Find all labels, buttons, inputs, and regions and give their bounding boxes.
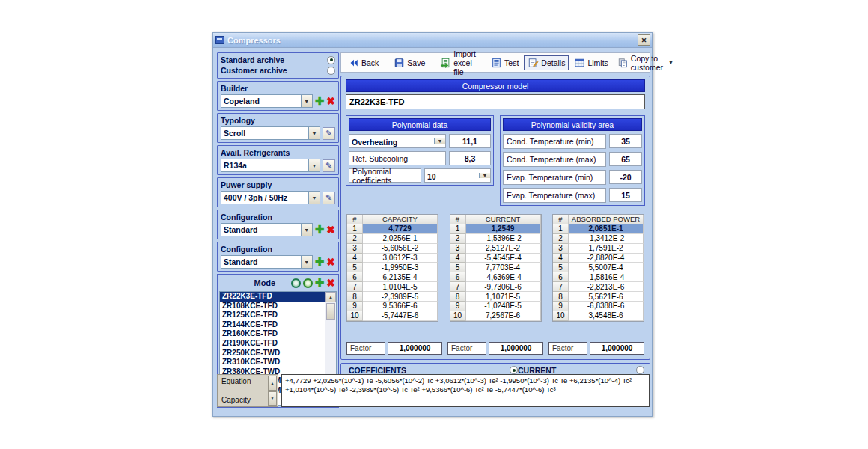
table-row[interactable]: 4-2,8820E-4 [553, 254, 644, 263]
customer-archive-radio[interactable] [327, 67, 335, 75]
table-row[interactable]: 6-1,5816E-4 [553, 272, 644, 282]
table-row[interactable]: 9-6,8388E-6 [553, 302, 644, 311]
import-excel-button[interactable]: Import excel file [436, 47, 480, 79]
chevron-down-icon[interactable]: ▼ [301, 224, 312, 236]
edit-typology-icon[interactable]: ✎ [323, 127, 335, 140]
table-row[interactable]: 66,2135E-4 [347, 272, 438, 282]
chevron-down-icon[interactable]: ▼ [308, 159, 320, 171]
table-row[interactable]: 107,2567E-6 [450, 311, 541, 321]
title-bar[interactable]: Compressors ✕ [213, 33, 652, 48]
sidebar: Standard archive Customer archive Builde… [217, 52, 339, 373]
table-row[interactable]: 12,0851E-1 [553, 224, 644, 234]
edit-refrigerants-icon[interactable]: ✎ [323, 159, 335, 172]
test-button[interactable]: Test [487, 55, 522, 70]
details-button[interactable]: Details [524, 55, 569, 70]
equation-prev-icon[interactable]: ▲ [268, 376, 277, 391]
evap-temp-max-value[interactable]: 15 [609, 188, 642, 202]
standard-archive-option[interactable]: Standard archive [221, 55, 335, 65]
table-row[interactable]: 71,0104E-5 [347, 282, 438, 292]
add-builder-icon[interactable]: ✚ [315, 96, 325, 106]
mode-list-item[interactable]: ZR22K3E-TFD [220, 292, 325, 302]
customer-archive-option[interactable]: Customer archive [221, 65, 335, 76]
table-row[interactable]: 31,7591E-2 [553, 244, 644, 254]
factor-value[interactable]: 1,000000 [489, 342, 543, 355]
delete-mode-icon[interactable]: ✖ [326, 278, 335, 288]
table-row[interactable]: 8-2,3989E-5 [347, 292, 438, 302]
table-row[interactable]: 2-1,5396E-2 [450, 234, 541, 244]
table-row[interactable]: 32,5127E-2 [450, 244, 541, 254]
mode-list-item[interactable]: ZR250KCE-TWD [220, 349, 325, 358]
factor-value[interactable]: 1,000000 [590, 342, 644, 355]
mode-list-item[interactable]: ZR160KCE-TFD [220, 329, 325, 339]
save-button[interactable]: Save [390, 55, 429, 70]
chevron-down-icon[interactable]: ▼ [301, 256, 312, 268]
mode-list-item[interactable]: ZR144KCE-TFD [220, 320, 325, 330]
duplicate-mode-icon[interactable] [291, 278, 301, 288]
add-mode-icon[interactable]: ✚ [315, 278, 325, 288]
overheating-dropdown[interactable]: Overheating ▼ [349, 134, 446, 148]
table-row[interactable]: 3-5,6056E-2 [347, 244, 438, 254]
table-row[interactable]: 103,4548E-6 [553, 311, 644, 321]
chevron-down-icon[interactable]: ▼ [308, 127, 320, 139]
coefficients-count-dropdown[interactable]: 10 ▼ [424, 168, 491, 183]
table-row[interactable]: 2-1,3412E-2 [553, 234, 644, 244]
table-row[interactable]: 10-5,7447E-6 [347, 311, 438, 321]
typology-dropdown[interactable]: Scroll ▼ [221, 126, 320, 140]
table-row[interactable]: 57,7703E-4 [450, 263, 541, 272]
cond-temp-min-value[interactable]: 35 [609, 134, 642, 148]
table-row[interactable]: 11,2549 [450, 224, 541, 234]
delete-configuration-icon[interactable]: ✖ [326, 224, 335, 235]
table-row[interactable]: 85,5621E-6 [553, 292, 644, 302]
chevron-down-icon[interactable]: ▼ [301, 95, 312, 107]
table-row[interactable]: 6-4,6369E-4 [450, 272, 541, 282]
cond-temp-max-value[interactable]: 65 [609, 152, 642, 166]
coefficients-count-label: Polynomial coefficients [349, 168, 421, 183]
equation-next-icon[interactable]: ▼ [268, 391, 277, 406]
builder-dropdown[interactable]: Copeland ▼ [221, 94, 313, 108]
refresh-mode-icon[interactable] [303, 278, 313, 288]
close-icon[interactable]: ✕ [638, 34, 650, 46]
evap-temp-min-value[interactable]: -20 [609, 170, 642, 184]
copy-to-customer-button[interactable]: Copy to customer ▼ [614, 52, 677, 74]
mode-list-item[interactable]: ZR108KCE-TFD [220, 302, 325, 311]
table-row[interactable]: 7-9,7306E-6 [450, 282, 541, 292]
back-button[interactable]: Back [344, 55, 382, 70]
coefficients-radio[interactable] [510, 366, 518, 374]
delete-builder-icon[interactable]: ✖ [326, 96, 335, 106]
add-configuration-icon[interactable]: ✚ [315, 224, 325, 235]
mode-list-item[interactable]: ZR310KCE-TWD [220, 358, 325, 367]
table-row[interactable]: 4-5,4545E-4 [450, 254, 541, 263]
equation-textbox[interactable]: +4,7729 +2,0256*(10^-1) Te -5,6056*(10^-… [281, 374, 650, 407]
table-row[interactable]: 55,5007E-4 [553, 263, 644, 272]
current-radio[interactable] [636, 366, 644, 374]
scrollbar-thumb[interactable] [326, 303, 335, 320]
table-row[interactable]: 14,7729 [347, 224, 438, 234]
table-row[interactable]: 22,0256E-1 [347, 234, 438, 244]
factor-value[interactable]: 1,000000 [388, 342, 442, 355]
scroll-up-icon[interactable]: ▲ [326, 292, 336, 302]
mode-list-item[interactable]: ZR190KCE-TFD [220, 339, 325, 349]
table-row[interactable]: 7-2,8213E-6 [553, 282, 644, 292]
add-configuration-icon[interactable]: ✚ [315, 257, 325, 267]
standard-archive-radio[interactable] [327, 56, 335, 64]
chevron-down-icon[interactable]: ▼ [308, 192, 320, 204]
edit-power-supply-icon[interactable]: ✎ [323, 192, 335, 204]
refrigerants-dropdown[interactable]: R134a ▼ [221, 159, 320, 172]
compressor-model-input[interactable]: ZR22K3E-TFD [346, 94, 645, 109]
table-row[interactable]: 99,5366E-6 [347, 302, 438, 311]
table-row[interactable]: 43,0612E-3 [347, 254, 438, 263]
table-row[interactable]: 9-1,0248E-5 [450, 302, 541, 311]
power-supply-dropdown[interactable]: 400V / 3ph / 50Hz ▼ [221, 191, 320, 204]
mode-list-item[interactable]: ZR125KCE-TFD [220, 311, 325, 320]
subcooling-value[interactable]: 8,3 [449, 151, 491, 165]
configuration-dropdown-1[interactable]: Standard ▼ [221, 223, 313, 236]
delete-configuration-icon[interactable]: ✖ [326, 257, 335, 267]
chevron-down-icon[interactable]: ▼ [479, 173, 490, 178]
table-row[interactable]: 5-1,9950E-3 [347, 263, 438, 272]
configuration-dropdown-2[interactable]: Standard ▼ [221, 255, 313, 269]
table-row[interactable]: 81,1071E-5 [450, 292, 541, 302]
chevron-down-icon[interactable]: ▼ [668, 60, 673, 65]
overheating-value[interactable]: 11,1 [449, 134, 491, 148]
limits-button[interactable]: Limits [570, 55, 611, 70]
chevron-down-icon[interactable]: ▼ [434, 138, 445, 144]
